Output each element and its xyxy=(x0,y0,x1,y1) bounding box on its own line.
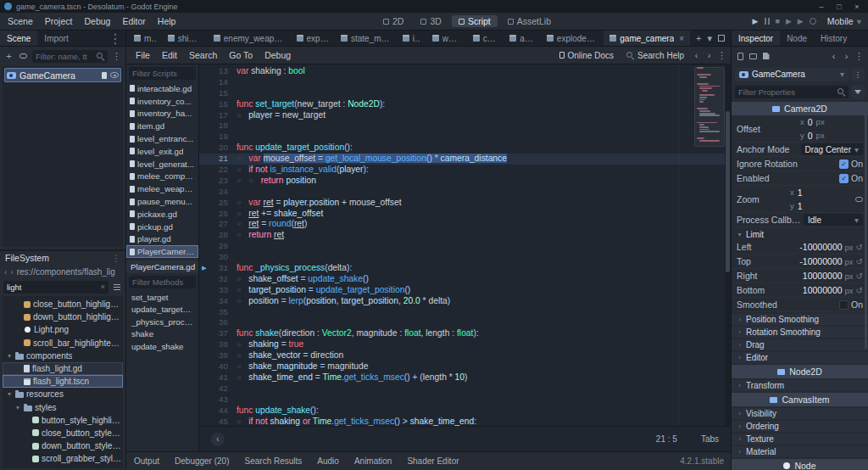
code-line-42[interactable]: 42 xyxy=(199,383,731,394)
code-line-40[interactable]: 40» shake_magnitude = magnitude xyxy=(199,361,731,372)
script-item-pickup-gd[interactable]: pickup.gd xyxy=(126,221,198,233)
renderer-select[interactable]: Mobile ▾ xyxy=(827,16,861,26)
current-script-header[interactable]: PlayerCamera.gd xyxy=(126,260,198,273)
script-item-player-gd[interactable]: player.gd xyxy=(126,233,198,246)
script-menu-go-to[interactable]: Go To xyxy=(223,47,259,64)
fs-entry-close-button-highlight[interactable]: close_button_highlight... xyxy=(3,298,123,311)
code-line-43[interactable]: 43 xyxy=(199,394,731,406)
fs-search-input[interactable] xyxy=(7,283,98,292)
fs-entry-flash-light-tscn[interactable]: flash_light.tscn xyxy=(3,375,123,388)
workspace-script[interactable]: Script xyxy=(452,15,498,27)
script-menu-file[interactable]: File xyxy=(130,47,156,64)
bottom-tab-audio[interactable]: Audio xyxy=(309,452,347,470)
dropdown-anchor-mode[interactable]: Drag Center▾ xyxy=(801,143,864,155)
close-window-button[interactable]: × xyxy=(850,3,864,11)
script-item-pickaxe-gd[interactable]: pickaxe.gd xyxy=(126,208,198,221)
script-item-level-entranc[interactable]: level_entranc... xyxy=(126,132,198,145)
script-history-back-icon[interactable]: ‹ xyxy=(691,49,702,62)
fs-entry-close-button-style-hig[interactable]: close_button_style_hig... xyxy=(3,427,123,439)
code-line-28[interactable]: 28» return ret xyxy=(199,230,731,241)
menu-editor[interactable]: Editor xyxy=(116,13,151,31)
workspace-assetlib[interactable]: AssetLib xyxy=(501,15,558,27)
revert-icon[interactable]: ↺ xyxy=(856,286,863,295)
value-field[interactable]: 1 xyxy=(798,187,803,198)
value-field[interactable]: -10000000 xyxy=(799,242,842,252)
script-history-forward-icon[interactable]: › xyxy=(704,49,715,62)
scene-tree-menu-icon[interactable]: ⋮ xyxy=(111,50,122,63)
fs-entry-light-png[interactable]: Light.png xyxy=(3,323,123,336)
code-line-15[interactable]: 15 xyxy=(199,88,731,99)
code-line-35[interactable]: 35 xyxy=(199,307,731,318)
fs-entry-flash-light-gd[interactable]: flash_light.gd xyxy=(3,362,123,375)
dock-tab-history[interactable]: History xyxy=(814,31,854,46)
workspace-2d[interactable]: 2D xyxy=(376,15,410,27)
code-line-31[interactable]: ▶31func _physics_process(delta): xyxy=(199,263,731,274)
inspector-group-position-smoothing[interactable]: ›Position Smoothing xyxy=(732,314,868,325)
play-custom-scene-button[interactable]: ▶ xyxy=(798,17,804,25)
fs-entry-styles[interactable]: ▾styles xyxy=(3,401,123,414)
code-line-13[interactable]: 13var shaking : bool xyxy=(199,66,731,77)
new-resource-button[interactable] xyxy=(735,50,746,63)
scene-tab-enemy-weapon-base[interactable]: enemy_weapon_base xyxy=(208,31,291,46)
object-selector[interactable]: GameCamera ▾ xyxy=(735,68,849,81)
code-line-24[interactable]: 24 xyxy=(199,187,731,198)
script-item-inventory-co[interactable]: inventory_co... xyxy=(126,95,198,108)
code-line-22[interactable]: 22» if not is_instance_valid(player): xyxy=(199,165,731,176)
script-item-inventory-ha[interactable]: inventory_ha... xyxy=(126,108,198,120)
fs-forward-icon[interactable]: › xyxy=(10,267,13,277)
dock-tab-node[interactable]: Node xyxy=(780,31,814,46)
bottom-tab-output[interactable]: Output xyxy=(126,452,167,470)
inspector-group-limit[interactable]: ▾Limit xyxy=(732,229,868,240)
scene-tab-explode-attack[interactable]: explode_attack xyxy=(541,31,604,46)
link-search-help[interactable]: Search Help xyxy=(620,51,689,60)
revert-icon[interactable]: ↺ xyxy=(856,271,863,281)
value-field[interactable]: 10000000 xyxy=(803,271,843,281)
scene-tab-wander[interactable]: wander xyxy=(426,31,467,46)
toggle-scripts-panel-button[interactable]: ‹ xyxy=(211,433,225,446)
scene-tab-main[interactable]: main xyxy=(128,31,162,46)
filter-scripts-input[interactable] xyxy=(132,69,192,78)
code-line-17[interactable]: 17» player = new_target xyxy=(199,110,731,121)
bottom-tab-shader-editor[interactable]: Shader Editor xyxy=(399,452,466,470)
scene-tab-idle[interactable]: idle xyxy=(397,31,426,46)
method-item-update-shake[interactable]: update_shake xyxy=(126,340,198,353)
revert-icon[interactable]: ↺ xyxy=(856,243,863,252)
checkbox-smoothed[interactable] xyxy=(839,300,849,310)
fs-back-icon[interactable]: ‹ xyxy=(4,267,7,277)
script-item-melee-compo[interactable]: melee_compo... xyxy=(126,171,198,183)
code-line-19[interactable]: 19 xyxy=(199,131,731,143)
scene-tab-attack[interactable]: attack xyxy=(504,31,541,46)
visibility-icon[interactable] xyxy=(110,72,119,78)
inspector-group-editor[interactable]: ›Editor xyxy=(732,352,868,363)
code-line-14[interactable]: 14 xyxy=(199,77,731,88)
inspector-group-ordering[interactable]: ›Ordering xyxy=(732,421,868,432)
filter-methods-input[interactable] xyxy=(132,277,192,287)
movie-maker-button[interactable] xyxy=(810,18,816,25)
bottom-tab-search-results[interactable]: Search Results xyxy=(237,452,310,470)
dock-tab-inspector[interactable]: Inspector xyxy=(732,31,780,46)
code-line-30[interactable]: 30 xyxy=(199,252,731,263)
fs-entry-resources[interactable]: ▾resources xyxy=(3,388,123,400)
add-scene-button[interactable]: + xyxy=(696,33,701,43)
play-scene-button[interactable]: ▶ xyxy=(786,17,792,25)
scene-tab-state-machine[interactable]: state_machine xyxy=(335,31,397,46)
value-field[interactable]: 0 xyxy=(808,131,813,141)
filter-properties-input[interactable] xyxy=(738,87,834,97)
script-menu-edit[interactable]: Edit xyxy=(156,47,183,64)
script-item-playercamera[interactable]: PlayerCamera... xyxy=(126,245,198,258)
fs-entry-button-style-highlighte[interactable]: button_style_highlighte... xyxy=(3,414,123,427)
history-back-button[interactable]: ‹ xyxy=(828,50,839,63)
stop-button[interactable]: ■ xyxy=(776,17,780,25)
script-item-level-exit-gd[interactable]: level_exit.gd xyxy=(126,145,198,158)
value-field[interactable]: 10000000 xyxy=(803,285,843,295)
code-line-44[interactable]: 44func update_shake(): xyxy=(199,406,731,417)
tree-open-icon[interactable]: ▾ xyxy=(6,352,13,360)
minimap-viewport[interactable] xyxy=(694,67,725,147)
code-scrollbar[interactable] xyxy=(725,64,731,426)
code-line-21[interactable]: 21» var mouse_offset = get_local_mouse_p… xyxy=(199,154,731,165)
indent-mode[interactable]: Tabs xyxy=(701,434,719,444)
tree-open-icon[interactable]: ▾ xyxy=(6,390,13,398)
script-menu-debug[interactable]: Debug xyxy=(259,47,297,64)
method-item-physics-process[interactable]: _physics_process xyxy=(126,316,198,328)
code-editor[interactable]: 13var shaking : bool141516func set_targe… xyxy=(199,64,731,426)
